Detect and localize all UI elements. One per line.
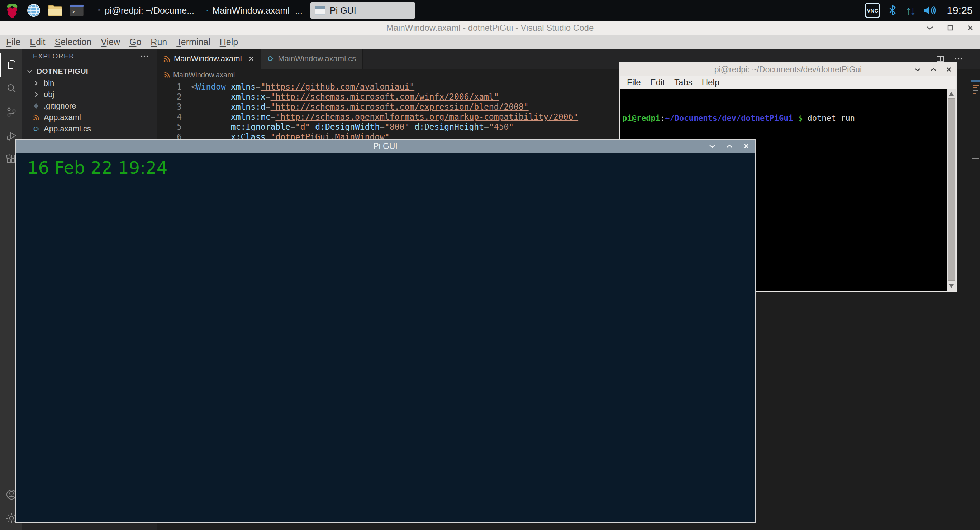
code-token: = [270,112,276,121]
close-icon[interactable] [967,25,974,31]
chevron-down-icon [26,70,34,73]
file-label: obj [44,90,54,99]
menu-item[interactable]: Tabs [670,77,697,87]
terminal-titlebar[interactable]: pi@redpi: ~/Documents/dev/dotnetPiGui [620,63,956,76]
sidebar-item-obj[interactable]: obj [22,89,157,100]
taskbar-item-terminal[interactable]: >_ pi@redpi: ~/Docume... [94,2,199,19]
close-icon[interactable] [743,143,749,149]
code-token: Window [196,82,226,91]
project-root-label: DOTNETPIGUI [37,67,88,76]
menu-item[interactable]: Edit [646,77,670,87]
maximize-icon[interactable] [930,68,937,71]
volume-icon[interactable] [923,5,936,16]
menu-item[interactable]: Help [697,77,724,87]
terminal-scrollbar[interactable] [947,89,956,291]
chevron-right-icon [32,80,40,86]
split-editor-icon[interactable] [936,56,944,62]
pigui-titlebar[interactable]: Pi GUI [16,140,755,152]
tab-label: MainWindow.axaml [174,54,242,63]
maximize-icon[interactable] [947,25,953,31]
scroll-down-icon[interactable] [949,284,954,288]
scroll-up-icon[interactable] [949,92,954,95]
menu-item[interactable]: View [96,37,125,47]
sidebar-item-app-axaml[interactable]: App.axaml [22,112,157,123]
file-label: App.axaml [44,113,81,122]
menu-item[interactable]: Go [125,37,146,47]
code-token: d:DesignHeight [414,122,484,132]
minimap-slider[interactable] [971,80,980,82]
menu-item[interactable]: Terminal [172,37,215,47]
sidebar-item-project-root[interactable]: DOTNETPIGUI [22,65,157,77]
pigui-content: 16 Feb 22 19:24 [16,152,755,522]
line-number: 4 [157,112,182,122]
system-tray: VNC ↑↓ 19:25 [865,3,976,18]
code-token: = [256,82,261,91]
taskbar-item-vscode[interactable]: MainWindow.axaml -... [202,2,307,19]
code-token: xmlns:x [231,92,266,102]
source-control-icon[interactable] [0,100,22,124]
pigui-datetime-text: 16 Feb 22 19:24 [27,157,743,178]
code-token: = [266,102,270,111]
file-label: .gitignore [44,102,76,111]
git-icon [32,103,40,109]
sidebar-item-bin[interactable]: bin [22,77,157,89]
taskbar-item-label: pi@redpi: ~/Docume... [105,5,194,16]
svg-text:C: C [33,126,38,132]
maximize-icon[interactable] [726,144,733,148]
line-number: 1 [157,82,182,92]
browser-icon[interactable] [26,2,41,19]
explorer-icon[interactable] [0,53,22,77]
close-icon[interactable] [248,56,254,62]
pigui-window-title: Pi GUI [373,141,398,151]
taskbar-item-pigui[interactable]: Pi GUI [310,2,415,19]
close-icon[interactable] [946,67,952,72]
indent-guide [211,92,211,142]
terminal-launcher-icon[interactable]: >_ [69,2,84,19]
menu-item[interactable]: Selection [50,37,96,47]
minimize-icon[interactable] [926,26,934,30]
tab-mainwindow-axaml[interactable]: MainWindow.axaml [157,49,261,69]
taskbar-clock[interactable]: 19:25 [947,5,973,16]
search-icon[interactable] [0,77,22,100]
code-token: xmlns:mc [231,112,270,121]
menu-item[interactable]: File [622,77,646,87]
explorer-more-actions-icon[interactable] [140,55,149,58]
menu-item[interactable]: Help [215,37,243,47]
csharp-file-icon: C [32,126,40,132]
tab-mainwindow-axaml-cs[interactable]: C MainWindow.axaml.cs [261,49,363,69]
explorer-header-label: EXPLORER [33,52,74,60]
minimize-icon[interactable] [915,68,921,71]
code-token: "http://schemas.openxmlformats.org/marku… [275,112,578,121]
axaml-file-icon [163,55,170,62]
sidebar-item-gitignore[interactable]: .gitignore [22,100,157,112]
code-token: = [484,122,489,132]
file-label: App.axaml.cs [44,124,91,133]
svg-text:>_: >_ [72,9,78,15]
vnc-icon[interactable]: VNC [865,3,880,18]
scrollbar-thumb[interactable] [948,98,955,281]
vscode-titlebar[interactable]: MainWindow.axaml - dotnetPiGui - Visual … [0,21,980,35]
code-token [409,122,414,132]
minimap[interactable] [971,70,980,192]
pigui-window: Pi GUI 16 Feb 22 19:24 [15,139,756,523]
file-manager-icon[interactable] [47,2,63,19]
code-token: "800" [385,122,409,132]
taskbar: >_ >_ pi@redpi: ~/Docume... MainWindow.a… [0,0,980,21]
more-actions-icon[interactable] [954,57,963,60]
raspberry-menu-icon[interactable] [4,2,20,19]
menu-item[interactable]: Run [146,37,172,47]
minimize-icon[interactable] [709,144,716,148]
terminal-icon: >_ [98,5,100,16]
svg-text:C: C [268,55,272,62]
code-token: "http://schemas.microsoft.com/expression… [270,102,529,111]
menu-item[interactable]: File [2,37,25,47]
code-token [310,122,315,132]
code-token: = [380,122,385,132]
code-token: = [290,122,295,132]
code-token: xmlns [231,82,256,91]
sidebar-item-app-axaml-cs[interactable]: C App.axaml.cs [22,123,157,135]
menu-item[interactable]: Edit [25,37,50,47]
network-icon[interactable]: ↑↓ [905,3,915,17]
bluetooth-icon[interactable] [889,5,896,16]
prompt-user: pi@redpi [622,114,660,122]
